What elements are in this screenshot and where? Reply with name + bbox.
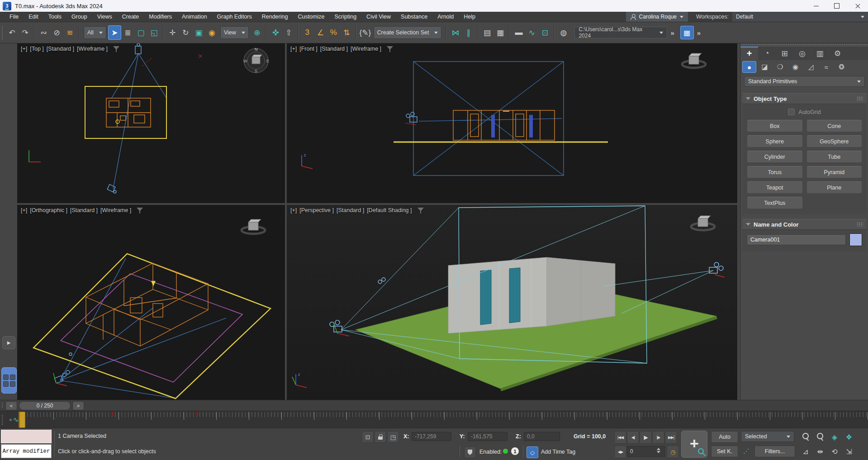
x-coordinate-field[interactable]: -717,259: [412, 432, 451, 441]
per-viewport-filter-icon[interactable]: [137, 208, 143, 213]
selection-filter-dropdown[interactable]: All: [84, 26, 106, 39]
zoom-all-icon[interactable]: [813, 430, 827, 444]
auto-key-button[interactable]: Auto: [711, 431, 738, 443]
name-color-rollout-header[interactable]: Name and Color: [742, 219, 867, 230]
toolbar-divider[interactable]: [356, 26, 356, 39]
toolbar-divider[interactable]: [163, 26, 164, 39]
zoom-extents-all-icon[interactable]: ❖: [842, 430, 856, 444]
object-type-button[interactable]: Tube: [806, 151, 863, 163]
object-type-button[interactable]: Cone: [806, 120, 863, 132]
menu-item[interactable]: Substance: [396, 12, 432, 22]
per-viewport-filter-icon[interactable]: [417, 208, 424, 213]
menu-item[interactable]: File: [5, 12, 24, 22]
display-tab[interactable]: ▥: [811, 47, 829, 60]
viewport-shading-menu[interactable]: [Wireframe ]: [100, 207, 131, 213]
lights-category[interactable]: ❍: [773, 61, 787, 73]
menu-item[interactable]: Customize: [293, 12, 329, 22]
per-viewport-filter-icon[interactable]: [113, 46, 119, 52]
time-slider-thumb[interactable]: [19, 412, 25, 428]
time-slider-current[interactable]: 0 / 250: [19, 401, 71, 410]
toolbar-divider[interactable]: [34, 26, 35, 39]
viewport-orthographic[interactable]: [+] [Orthographic ] [Standard ] [Wirefra…: [17, 205, 285, 400]
menu-item[interactable]: Modifiers: [144, 12, 177, 22]
next-frame-button[interactable]: |▶: [652, 431, 664, 444]
viewport-renderer-menu[interactable]: [Standard ]: [47, 46, 74, 52]
selection-lock-icon[interactable]: [375, 431, 386, 443]
maximize-button[interactable]: [826, 0, 847, 12]
add-time-tag[interactable]: Add Time Tag: [541, 449, 575, 455]
systems-category[interactable]: ❂: [835, 61, 849, 73]
object-type-rollout-header[interactable]: Object Type: [742, 93, 867, 104]
autogrid-checkbox[interactable]: [788, 109, 795, 115]
keyboard-shortcut-override-icon[interactable]: ⇧: [282, 25, 295, 40]
menu-item[interactable]: Group: [66, 12, 92, 22]
field-of-view-icon[interactable]: ⊿: [799, 445, 812, 458]
object-color-swatch[interactable]: [849, 233, 862, 246]
space-warps-category[interactable]: ≈: [819, 61, 833, 73]
toolbar-overflow-button[interactable]: »: [694, 29, 704, 37]
menu-item[interactable]: Graph Editors: [212, 12, 257, 22]
cameras-category[interactable]: ◉: [788, 61, 802, 73]
viewport-menu-plus[interactable]: [+]: [21, 207, 27, 213]
minimize-button[interactable]: [806, 0, 826, 12]
object-type-button[interactable]: Pyramid: [806, 166, 863, 178]
toolbar-divider[interactable]: [446, 26, 446, 39]
object-type-button[interactable]: Teapot: [747, 181, 803, 194]
toolbar-divider[interactable]: [79, 26, 80, 39]
material-editor-icon[interactable]: ◍: [557, 25, 570, 40]
menu-item[interactable]: Edit: [24, 12, 43, 22]
object-type-button[interactable]: Box: [747, 120, 803, 132]
select-and-manipulate-icon[interactable]: ✜: [269, 25, 282, 40]
y-coordinate-field[interactable]: -161,575: [468, 432, 508, 441]
notification-badge[interactable]: 1: [511, 447, 519, 455]
object-name-field[interactable]: [747, 234, 846, 245]
rectangular-selection-region-icon[interactable]: ▢: [134, 25, 147, 40]
set-key-mode-button[interactable]: Set K.: [711, 446, 738, 457]
previous-frame-button[interactable]: ◀|: [627, 431, 639, 444]
pan-view-icon[interactable]: ⇹: [813, 445, 827, 458]
viewport-menu-plus[interactable]: [+]: [290, 207, 297, 213]
select-and-move-icon[interactable]: ✛: [166, 25, 179, 40]
maxscript-mini-listener[interactable]: [1, 430, 52, 443]
toolbar-divider[interactable]: [509, 26, 510, 39]
menu-item[interactable]: Arnold: [432, 12, 459, 22]
per-viewport-filter-icon[interactable]: [387, 46, 393, 52]
object-type-button[interactable]: TextPlus: [747, 197, 803, 209]
viewport-perspective[interactable]: z [+] [Perspective ] [Standard ] [Defaul…: [287, 205, 737, 400]
user-account-button[interactable]: Carolina Roque: [626, 12, 688, 22]
select-and-link-icon[interactable]: ∾: [37, 25, 50, 40]
percent-snap-icon[interactable]: %: [327, 25, 340, 40]
viewport-top[interactable]: N E S W [+] [Top ] [Standard ] [Wirefram…: [17, 43, 285, 203]
viewport-menu-plus[interactable]: [+]: [290, 46, 297, 52]
viewport-view-menu[interactable]: [Orthographic ]: [30, 207, 67, 213]
unlink-selection-icon[interactable]: ⊘: [50, 25, 63, 40]
time-tag-cube-icon[interactable]: ◇: [526, 446, 538, 458]
layer-explorer-icon[interactable]: ▦: [493, 25, 507, 40]
object-type-button[interactable]: Plane: [806, 181, 863, 194]
menu-item[interactable]: Animation: [177, 12, 212, 22]
menu-item[interactable]: Help: [459, 12, 480, 22]
set-keys-button[interactable]: +: [681, 431, 707, 458]
viewport-view-menu[interactable]: [Front ]: [299, 46, 318, 52]
menu-item[interactable]: Create: [117, 12, 144, 22]
select-by-name-icon[interactable]: ≣: [121, 25, 134, 40]
mirror-icon[interactable]: ⋈: [449, 25, 462, 40]
viewport-menu-plus[interactable]: [+]: [21, 46, 27, 52]
next-frame-button[interactable]: >: [72, 401, 84, 410]
align-icon[interactable]: ∥: [462, 25, 475, 40]
named-selection-set-dropdown[interactable]: Create Selection Set: [374, 26, 442, 39]
previous-frame-button[interactable]: <: [5, 401, 17, 410]
close-button[interactable]: [847, 0, 868, 12]
select-and-rotate-icon[interactable]: ↻: [179, 25, 192, 40]
go-to-end-button[interactable]: ▶▶|: [665, 431, 677, 444]
snaps-toggle-icon[interactable]: 3: [301, 25, 314, 40]
render-setup-icon[interactable]: ⊡: [538, 25, 551, 40]
project-folder-dropdown[interactable]: C:\Users\carol...s\3ds Max 2024: [574, 27, 667, 38]
curve-editor-icon[interactable]: ∿: [525, 25, 538, 40]
use-pivot-point-center-icon[interactable]: ⊕: [251, 25, 264, 40]
menu-item[interactable]: Scripting: [329, 12, 361, 22]
key-filters-button[interactable]: Filters...: [754, 446, 795, 457]
redo-icon[interactable]: ↷: [19, 25, 32, 40]
absolute-offset-mode-icon[interactable]: ◳: [387, 431, 399, 443]
menu-item[interactable]: Views: [92, 12, 117, 22]
